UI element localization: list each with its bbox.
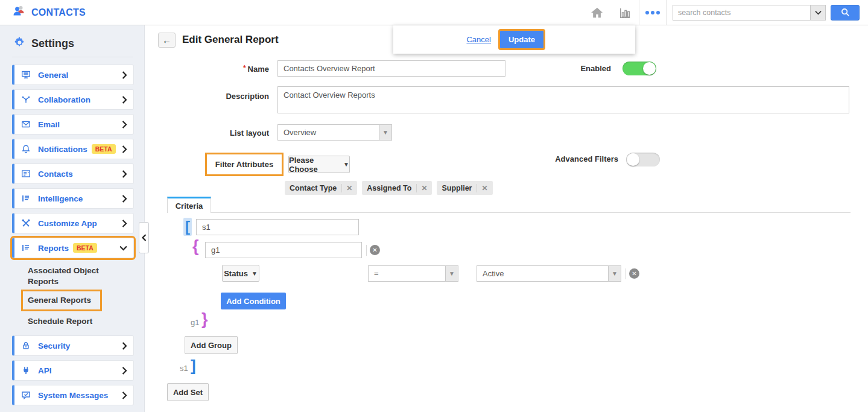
list-layout-label: List layout (145, 128, 269, 138)
sidebar-item-contacts[interactable]: Contacts (12, 163, 134, 184)
name-label: *Name (145, 64, 269, 74)
advanced-filters-label: Advanced Filters (494, 154, 618, 163)
share-icon (21, 95, 31, 104)
main-content: ← Edit General Report Cancel Update *Nam… (145, 25, 868, 412)
set-name-input[interactable] (196, 219, 359, 235)
back-button[interactable]: ← (158, 33, 176, 48)
name-input[interactable] (277, 60, 505, 77)
chevron-right-icon (122, 391, 127, 399)
contact-card-icon (21, 169, 31, 179)
sidebar-item-general[interactable]: General (12, 65, 134, 85)
chevron-right-icon (122, 96, 127, 104)
chevron-left-icon (142, 234, 147, 241)
action-bar: Cancel Update (393, 25, 635, 54)
remove-condition-icon[interactable]: ✕ (629, 268, 639, 279)
group-close-label: g1 (191, 318, 199, 327)
sidebar-item-security[interactable]: Security (12, 335, 134, 356)
enabled-label: Enabled (487, 64, 611, 73)
chevron-right-icon (122, 220, 127, 227)
tab-divider (167, 212, 851, 213)
chevron-right-icon (122, 121, 127, 128)
sidebar-item-label: General (38, 71, 68, 80)
beta-badge: BETA (92, 144, 116, 154)
monitor-icon (21, 70, 31, 80)
add-condition-button[interactable]: Add Condition (221, 293, 286, 309)
sidebar-item-label: Collaboration (38, 95, 90, 104)
set-close-label: s1 (180, 364, 188, 373)
filter-chip-assigned-to: Assigned To✕ (362, 181, 432, 195)
description-label: Description (145, 92, 269, 101)
chip-remove-icon[interactable]: ✕ (341, 184, 352, 192)
required-asterisk: * (243, 64, 246, 72)
chevron-right-icon (122, 71, 127, 79)
add-group-button[interactable]: Add Group (185, 336, 238, 354)
search-icon (841, 8, 850, 17)
sidebar-title: Settings (31, 37, 74, 50)
group-name-input[interactable] (205, 242, 362, 258)
group-close-brace: } (201, 310, 208, 329)
search-scope-dropdown[interactable] (810, 5, 826, 21)
sidebar-item-label: Intelligence (38, 194, 83, 203)
condition-operator-select[interactable]: = ▼ (368, 265, 458, 282)
bar-chart-icon[interactable] (611, 0, 639, 25)
sidebar-item-reports[interactable]: ReportsBETA (12, 238, 134, 258)
sidebar-subitem-schedule-report[interactable]: Schedule Report (28, 313, 124, 330)
sidebar-item-collaboration[interactable]: Collaboration (12, 89, 134, 110)
set-close-bracket: ] (191, 357, 196, 375)
filter-attributes-picker[interactable]: Please Choose ▼ (288, 156, 350, 173)
plug-icon (21, 366, 31, 375)
filter-attributes-label: Filter Attributes (205, 153, 284, 176)
sidebar-item-api[interactable]: API (12, 360, 134, 381)
sidebar-subitem-general-reports[interactable]: General Reports (23, 291, 100, 309)
sidebar-item-intelligence[interactable]: Intelligence (12, 188, 134, 209)
search-input[interactable] (673, 5, 810, 21)
enabled-toggle[interactable] (622, 62, 656, 75)
chip-remove-icon[interactable]: ✕ (477, 184, 487, 192)
sidebar-items: GeneralCollaborationEmailNotificationsBE… (12, 65, 144, 405)
condition-value-select[interactable]: Active ▼ (477, 265, 621, 282)
sidebar-item-system-messages[interactable]: System Messages (12, 385, 134, 405)
sidebar-item-notifications[interactable]: NotificationsBETA (12, 139, 134, 159)
chip-label: Assigned To (367, 184, 411, 192)
settings-sidebar: Settings GeneralCollaborationEmailNotifi… (0, 25, 145, 412)
tab-criteria[interactable]: Criteria (167, 197, 211, 213)
search-button[interactable] (831, 5, 860, 21)
sidebar-item-label: Security (38, 341, 70, 350)
cancel-button[interactable]: Cancel (466, 35, 490, 44)
more-dots-icon[interactable] (639, 0, 667, 25)
group-open-brace: { (192, 237, 199, 256)
sidebar-item-customize-app[interactable]: Customize App (12, 213, 134, 233)
app-logo[interactable]: CONTACTS (0, 5, 86, 21)
add-set-button[interactable]: Add Set (167, 383, 209, 401)
sidebar-item-label: Email (38, 120, 60, 129)
update-button[interactable]: Update (500, 31, 543, 48)
filter-attribute-chips: Contact Type✕Assigned To✕Supplier✕ (285, 181, 493, 195)
list-layout-select[interactable]: Overview ▼ (277, 124, 392, 141)
report-icon (21, 243, 31, 253)
chevron-right-icon (122, 367, 127, 375)
filter-chip-contact-type: Contact Type✕ (285, 181, 357, 195)
tools-icon (21, 218, 31, 228)
contacts-people-icon (12, 5, 27, 21)
chevron-down-icon: ▼ (608, 265, 621, 282)
condition-attribute-select[interactable]: Status ▼ (222, 265, 259, 282)
chip-label: Supplier (442, 184, 472, 192)
sidebar-item-label: Contacts (38, 170, 73, 179)
chevron-right-icon (122, 195, 127, 203)
chevron-down-icon (119, 246, 127, 251)
gear-icon (13, 36, 26, 51)
sidebar-item-label: Notifications (38, 145, 87, 154)
filter-chip-supplier: Supplier✕ (437, 181, 492, 195)
description-input[interactable]: Contact Overview Reports (277, 86, 849, 113)
remove-group-icon[interactable]: ✕ (370, 245, 380, 255)
chip-remove-icon[interactable]: ✕ (416, 184, 427, 192)
sidebar-item-email[interactable]: Email (12, 114, 134, 135)
advanced-filters-toggle[interactable] (626, 153, 660, 166)
set-open-bracket: [ (183, 218, 192, 236)
sidebar-collapse-handle[interactable] (139, 222, 149, 253)
home-icon[interactable] (583, 0, 611, 25)
sidebar-subitem-associated-object-reports[interactable]: Associated Object Reports (28, 262, 124, 290)
chip-label: Contact Type (290, 184, 337, 192)
chevron-down-icon: ▼ (343, 161, 349, 168)
sidebar-sublist: Associated Object ReportsGeneral Reports… (28, 262, 124, 329)
